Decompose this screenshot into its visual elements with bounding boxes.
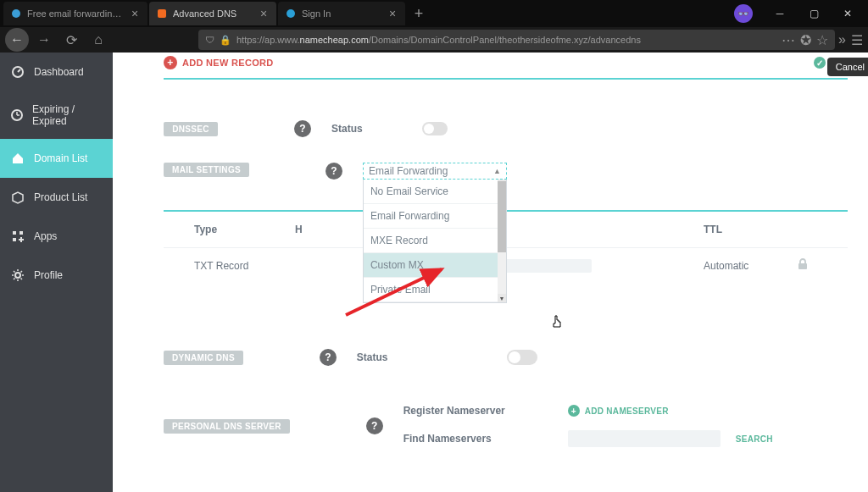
dropdown-scrollbar[interactable]: ▲ ▼ — [498, 180, 506, 302]
content: Cancel + ADD NEW RECORD ✓ SHO DNSSEC ? S… — [113, 53, 868, 492]
check-icon: ✓ — [814, 57, 826, 69]
url-bar[interactable]: 🛡 🔒 https://ap.www.namecheap.com/Domains… — [198, 30, 835, 50]
menu-icon[interactable]: ☰ — [851, 32, 863, 48]
search-button[interactable]: SEARCH — [736, 434, 773, 444]
reader-icon[interactable]: ✪ — [800, 32, 811, 48]
svg-line-4 — [18, 69, 20, 72]
plus-icon: + — [164, 56, 177, 69]
svg-rect-1 — [158, 9, 166, 18]
chevron-up-icon: ▲ — [493, 167, 501, 175]
close-window-button[interactable]: ✕ — [831, 1, 865, 26]
clock-icon — [10, 108, 24, 123]
dropdown-selected-text: Email Forwarding — [369, 165, 448, 177]
add-record-row: + ADD NEW RECORD ✓ SHO — [164, 53, 848, 80]
help-icon[interactable]: ? — [366, 417, 383, 434]
new-tab-button[interactable]: + — [407, 2, 431, 25]
browser-tab-2[interactable]: Sign In × — [278, 2, 405, 25]
close-icon[interactable]: × — [129, 8, 141, 19]
cell-actions — [797, 258, 848, 273]
dynamic-dns-tag: DYNAMIC DNS — [164, 351, 243, 365]
dnssec-status-label: Status — [331, 123, 363, 135]
help-icon[interactable]: ? — [326, 163, 342, 180]
header-actions — [797, 224, 848, 235]
dropdown-option-email-forwarding[interactable]: Email Forwarding — [364, 204, 506, 229]
scroll-down-icon[interactable]: ▼ — [498, 294, 506, 302]
browser-tab-0[interactable]: Free email forwarding with Na × — [3, 2, 147, 25]
gear-icon — [10, 268, 25, 283]
dropdown-option-private-email[interactable]: Private Email — [364, 278, 506, 302]
sidebar-item-label: Apps — [34, 230, 57, 242]
sidebar-item-label: Expiring / Expired — [32, 103, 103, 127]
mail-settings-tag: MAIL SETTINGS — [164, 163, 249, 177]
back-button[interactable]: ← — [5, 28, 29, 52]
pds-register-row: Register Nameserver + ADD NAMESERVER — [403, 405, 773, 417]
header-type: Type — [164, 224, 295, 235]
add-new-record-button[interactable]: + ADD NEW RECORD — [164, 56, 273, 69]
gauge-icon — [10, 64, 25, 80]
dnssec-toggle[interactable] — [422, 122, 448, 135]
home-button[interactable]: ⌂ — [86, 28, 110, 52]
favicon-icon — [156, 8, 168, 19]
dynamic-dns-section: DYNAMIC DNS ? Status — [164, 349, 848, 366]
header-ttl: TTL — [704, 224, 797, 235]
svg-rect-10 — [13, 238, 16, 241]
more-icon[interactable]: ⋯ — [782, 32, 795, 48]
help-icon[interactable]: ? — [320, 349, 337, 366]
dropdown-selected[interactable]: Email Forwarding ▲ — [363, 163, 507, 180]
sidebar-item-label: Profile — [34, 269, 63, 281]
dynamic-dns-toggle[interactable] — [507, 350, 537, 365]
dropdown-option-mxe-record[interactable]: MXE Record — [364, 229, 506, 253]
overflow-icon[interactable]: » — [838, 32, 846, 47]
sidebar-item-product-list[interactable]: Product List — [0, 178, 113, 217]
svg-rect-9 — [19, 231, 23, 235]
sidebar-item-domain-list[interactable]: Domain List — [0, 139, 113, 178]
bookmark-icon[interactable]: ☆ — [816, 32, 828, 48]
sidebar-item-label: Dashboard — [34, 66, 84, 78]
dropdown-option-custom-mx[interactable]: Custom MX — [364, 253, 506, 278]
find-ns-label: Find Nameservers — [403, 433, 568, 445]
svg-rect-12 — [798, 263, 807, 269]
close-icon[interactable]: × — [258, 8, 270, 19]
lock-icon: 🔒 — [220, 35, 231, 46]
sidebar-item-apps[interactable]: Apps — [0, 217, 113, 256]
close-icon[interactable]: × — [387, 8, 398, 19]
pds-find-row: Find Nameservers SEARCH — [403, 430, 773, 447]
register-ns-label: Register Nameserver — [403, 405, 568, 417]
tab-strip: Free email forwarding with Na × Advanced… — [0, 0, 868, 27]
svg-point-0 — [12, 9, 20, 18]
cell-type: TXT Record — [164, 260, 295, 272]
maximize-button[interactable]: ▢ — [797, 1, 831, 26]
sidebar: Dashboard Expiring / Expired Domain List… — [0, 53, 113, 492]
forward-button[interactable]: → — [32, 28, 56, 52]
app: Dashboard Expiring / Expired Domain List… — [0, 53, 868, 492]
sidebar-item-label: Domain List — [34, 152, 87, 164]
mail-settings-dropdown[interactable]: Email Forwarding ▲ No Email Service Emai… — [363, 163, 507, 180]
nameserver-search-input[interactable] — [568, 430, 721, 447]
reload-button[interactable]: ⟳ — [59, 28, 83, 52]
svg-rect-8 — [13, 231, 16, 235]
scroll-thumb[interactable] — [498, 181, 506, 252]
svg-point-2 — [287, 9, 295, 18]
add-nameserver-button[interactable]: + ADD NAMESERVER — [568, 405, 669, 417]
minimize-button[interactable]: ─ — [763, 1, 797, 26]
box-icon — [10, 190, 25, 205]
browser-tab-1[interactable]: Advanced DNS × — [149, 2, 276, 25]
help-icon[interactable]: ? — [294, 120, 311, 137]
tab-title: Free email forwarding with Na — [27, 8, 124, 19]
window-controls: 👓 ─ ▢ ✕ — [734, 1, 865, 26]
lock-icon — [797, 258, 809, 270]
pds-content: Register Nameserver + ADD NAMESERVER Fin… — [403, 405, 773, 447]
sidebar-item-profile[interactable]: Profile — [0, 256, 113, 295]
sidebar-item-dashboard[interactable]: Dashboard — [0, 53, 113, 91]
pds-tag: PERSONAL DNS SERVER — [164, 419, 290, 434]
plus-grid-icon — [10, 229, 25, 244]
toolbar-right: » ☰ — [838, 32, 863, 48]
shield-icon: 🛡 — [205, 35, 214, 45]
incognito-icon: 👓 — [734, 4, 753, 23]
nav-bar: ← → ⟳ ⌂ 🛡 🔒 https://ap.www.namecheap.com… — [0, 27, 868, 53]
favicon-icon — [285, 8, 297, 19]
dropdown-option-no-email[interactable]: No Email Service — [364, 180, 506, 204]
sidebar-item-expiring[interactable]: Expiring / Expired — [0, 91, 113, 139]
favicon-icon — [10, 8, 22, 19]
personal-dns-section: PERSONAL DNS SERVER ? Register Nameserve… — [164, 405, 848, 447]
